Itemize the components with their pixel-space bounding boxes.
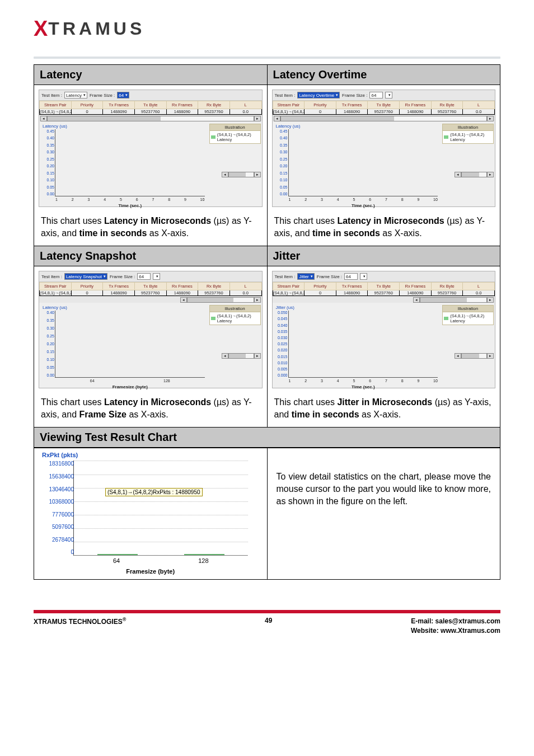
cell: 1488090 <box>103 109 135 115</box>
col-header: Rx Frames <box>400 283 432 290</box>
caret-down-icon: ▾ <box>104 274 106 279</box>
cell: 95237760 <box>134 290 166 296</box>
col-header: L <box>229 283 261 290</box>
bar-64[interactable] <box>97 554 138 555</box>
select-framesize-caret[interactable]: ▾ <box>385 92 392 98</box>
legend-swatch <box>444 317 448 320</box>
h-scrollbar[interactable]: ◂▸ <box>39 296 262 303</box>
chart-xlabel: Time (sec.) <box>289 384 438 389</box>
chart-snapshot: 0.400.350.300.250.200.150.100.050.00 641… <box>55 311 205 378</box>
chart-jitter: 0.0500.0450.0400.0350.0300.0250.0200.015… <box>288 311 438 378</box>
desc-jitter: This chart uses Jitter in Microseconds (… <box>268 391 500 427</box>
col-header: Tx Frames <box>336 101 368 109</box>
bar-128[interactable] <box>184 554 224 555</box>
scroll-right-icon[interactable]: ▸ <box>487 116 494 121</box>
legend-swatch <box>444 135 448 139</box>
scroll-right-icon[interactable]: ▸ <box>254 297 261 303</box>
caret-down-icon: ▾ <box>336 93 338 97</box>
scroll-left-icon[interactable]: ◂ <box>40 116 47 121</box>
cell: 0 <box>71 290 103 296</box>
input-framesize[interactable]: 64 <box>137 273 151 280</box>
chart-ylabel: Latency (us) <box>276 124 441 129</box>
cell: 0.0 <box>229 290 261 296</box>
brand-x: X <box>34 17 47 41</box>
scroll-left-icon[interactable]: ◂ <box>413 297 420 303</box>
footer-divider <box>34 610 500 613</box>
desc-snapshot: This chart uses Latency in Microseconds … <box>34 391 267 427</box>
scroll-left-icon[interactable]: ◂ <box>222 172 228 177</box>
col-header: Tx Byte <box>134 101 166 109</box>
legend-header: Illustration <box>442 305 494 312</box>
scroll-right-icon[interactable]: ▸ <box>487 297 494 303</box>
chart-xlabel: Time (sec.) <box>289 203 438 208</box>
input-framesize[interactable]: 64 <box>369 92 383 98</box>
cell: 95237760 <box>198 109 230 115</box>
data-table: Stream PairPriorityTx FramesTx ByteRx Fr… <box>273 282 495 296</box>
desc-viewing: To view detail statistics on the chart, … <box>268 448 500 529</box>
rxpkt-chart-panel: RxPkt (pkts) 183168001563840013046400103… <box>34 448 267 579</box>
cell: 1488090 <box>336 109 368 115</box>
scroll-right-icon[interactable]: ▸ <box>254 172 261 177</box>
col-header: Priority <box>71 101 103 109</box>
label-framesize: Frame Size : <box>90 93 115 98</box>
cell: 1488090 <box>166 290 198 296</box>
col-header: Rx Frames <box>166 101 198 109</box>
scroll-left-icon[interactable]: ◂ <box>274 116 280 121</box>
col-header: Tx Byte <box>134 283 166 290</box>
data-table: Stream PairPriorityTx FramesTx ByteRx Fr… <box>39 282 262 296</box>
chart-xlabel: Framesize (byte) <box>55 384 205 389</box>
scroll-right-icon[interactable]: ▸ <box>487 172 494 177</box>
legend-item: (S4,8,1)→(S4,8,2) Latency <box>442 131 494 144</box>
select-testitem[interactable]: Jitter▾ <box>297 273 314 280</box>
label-framesize: Frame Size : <box>342 93 367 98</box>
col-header: Tx Frames <box>336 283 368 290</box>
select-testitem[interactable]: Latency Snapshot▾ <box>64 273 107 280</box>
select-framesize[interactable]: 64▾ <box>117 92 129 98</box>
chart-tooltip: (S4,8,1)→(S4,8,2)RxPkts : 14880950 <box>105 488 203 496</box>
col-header: Tx Frames <box>103 101 135 109</box>
legend-item: (S4,8,1)→(S4,8,2) Latency <box>209 312 261 325</box>
select-framesize-caret[interactable]: ▾ <box>153 273 160 280</box>
legend-header: Illustration <box>209 305 261 312</box>
col-header: Tx Byte <box>368 101 400 109</box>
col-header: Rx Byte <box>198 101 230 109</box>
data-table: Stream PairPriorityTx FramesTx ByteRx Fr… <box>39 101 262 115</box>
cell: 95237760 <box>368 109 400 115</box>
h-scrollbar[interactable]: ◂▸ <box>273 296 495 303</box>
select-testitem[interactable]: Latency Overtime▾ <box>297 92 340 98</box>
rxpkt-plot: 1831680015638400130464001036800077760005… <box>73 461 248 556</box>
scroll-left-icon[interactable]: ◂ <box>222 353 228 359</box>
data-table: Stream PairPriorityTx FramesTx ByteRx Fr… <box>273 101 495 115</box>
scroll-left-icon[interactable]: ◂ <box>180 297 187 303</box>
col-header: Priority <box>305 283 336 290</box>
scroll-right-icon[interactable]: ▸ <box>487 353 494 359</box>
caret-down-icon: ▾ <box>125 93 128 97</box>
page-number: 49 <box>265 617 272 624</box>
chart-overtime: 0.450.400.350.300.250.200.150.100.050.00… <box>288 129 438 196</box>
legend-item: (S4,8,1)→(S4,8,2) Latency <box>209 131 261 144</box>
h-scrollbar[interactable]: ◂▸ <box>273 115 495 121</box>
cell: 95237760 <box>198 290 230 296</box>
divider <box>34 57 500 59</box>
h-scrollbar[interactable]: ◂▸ <box>39 115 262 121</box>
desc-overtime: This chart uses Latency in Microseconds … <box>268 209 500 246</box>
caret-down-icon: ▾ <box>156 274 158 279</box>
col-header: Rx Frames <box>400 101 432 109</box>
cell: 1488090 <box>103 290 135 296</box>
chart-ylabel: Latency (us) <box>43 124 207 129</box>
col-header: Stream Pair <box>273 283 305 290</box>
legend-item: (S4,8,1)→(S4,8,2) Latency <box>442 312 494 325</box>
caret-down-icon: ▾ <box>388 93 391 97</box>
scroll-left-icon[interactable]: ◂ <box>455 172 461 177</box>
cell: 0.0 <box>463 290 495 296</box>
col-header: Tx Frames <box>103 283 135 290</box>
scroll-left-icon[interactable]: ◂ <box>455 353 461 359</box>
select-framesize-caret[interactable]: ▾ <box>360 273 367 280</box>
rxpkt-ylabel: RxPkt (pkts) <box>42 452 259 458</box>
legend-header: Illustration <box>442 124 494 131</box>
scroll-right-icon[interactable]: ▸ <box>254 116 261 121</box>
input-framesize[interactable]: 64 <box>344 273 358 280</box>
scroll-right-icon[interactable]: ▸ <box>254 353 261 359</box>
label-framesize: Frame Size : <box>317 274 342 279</box>
select-testitem[interactable]: Latency▾ <box>64 92 87 98</box>
